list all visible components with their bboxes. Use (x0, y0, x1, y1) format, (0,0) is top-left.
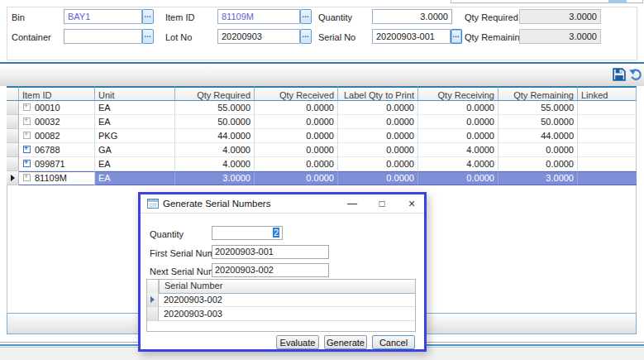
cell-qty-received[interactable]: 0.0000 (255, 171, 338, 185)
item-id-ellipsis-button[interactable]: … (300, 9, 312, 24)
maximize-button[interactable]: □ (370, 194, 394, 213)
expand-icon[interactable] (23, 103, 31, 111)
cell-unit[interactable]: EA (95, 171, 175, 185)
quantity-field[interactable]: 3.0000 (372, 9, 452, 24)
cell-item-id[interactable]: 81109M (19, 171, 95, 185)
container-field[interactable] (64, 29, 142, 44)
bin-field[interactable]: BAY1 (64, 9, 142, 24)
table-row[interactable]: 00010 EA 55.0000 0.0000 0.0000 0.0000 55… (7, 101, 637, 115)
serial-number-cell[interactable]: 20200903-002 (159, 293, 415, 307)
cancel-button[interactable]: Cancel (372, 335, 415, 349)
container-ellipsis-button[interactable]: … (142, 29, 154, 44)
serial-number-cell[interactable]: 20200903-003 (159, 307, 415, 321)
cell-linked[interactable] (578, 101, 637, 115)
serial-number-header[interactable]: Serial Number (159, 280, 415, 294)
cell-qty-received[interactable]: 0.0000 (255, 101, 338, 115)
cell-label-qty[interactable]: 0.0000 (338, 129, 418, 143)
table-row[interactable]: 099871 EA 4.0000 0.0000 0.0000 4.0000 0.… (7, 157, 637, 171)
row-selector[interactable] (7, 101, 19, 115)
evaluate-button[interactable]: Evaluate (276, 335, 319, 349)
header-label-qty-to-print[interactable]: Label Qty to Print (338, 86, 418, 101)
header-qty-remaining[interactable]: Qty Remaining (499, 86, 578, 101)
cell-unit[interactable]: EA (95, 115, 175, 129)
cell-qty-remaining[interactable]: 55.0000 (499, 101, 578, 115)
header-qty-receiving[interactable]: Qty Receiving (418, 86, 499, 101)
lot-no-ellipsis-button[interactable]: … (300, 29, 312, 44)
cell-unit[interactable]: EA (95, 157, 175, 171)
cell-linked[interactable] (578, 129, 637, 143)
serial-no-field[interactable]: 20200903-001 (372, 29, 451, 44)
row-selector[interactable] (7, 129, 19, 143)
undo-icon[interactable] (629, 68, 644, 83)
cell-linked[interactable] (578, 171, 637, 185)
cell-item-id[interactable]: 00082 (19, 129, 95, 143)
expand-icon[interactable] (23, 132, 31, 139)
cell-qty-remaining[interactable]: 0.0000 (499, 143, 578, 157)
cell-qty-required[interactable]: 4.0000 (175, 157, 255, 171)
cell-qty-required[interactable]: 3.0000 (175, 171, 255, 185)
header-linked[interactable]: Linked (578, 86, 637, 101)
bin-ellipsis-button[interactable]: … (142, 9, 154, 24)
close-button[interactable]: × (402, 194, 422, 213)
row-selector-current[interactable] (7, 171, 19, 185)
serial-row-selected[interactable]: 20200903-002 (147, 293, 415, 307)
cell-qty-receiving[interactable]: 4.0000 (418, 157, 499, 171)
cell-label-qty[interactable]: 0.0000 (338, 157, 418, 171)
cell-unit[interactable]: PKG (95, 129, 175, 143)
cell-qty-remaining[interactable]: 3.0000 (499, 171, 578, 185)
cell-item-id[interactable]: 00032 (19, 115, 95, 129)
cell-qty-receiving[interactable]: 0.0000 (418, 115, 499, 129)
cell-qty-remaining[interactable]: 50.0000 (499, 115, 578, 129)
table-row[interactable]: 00032 EA 50.0000 0.0000 0.0000 0.0000 50… (7, 115, 637, 129)
cell-qty-required[interactable]: 55.0000 (175, 101, 255, 115)
row-selector[interactable] (7, 157, 19, 171)
cell-linked[interactable] (578, 115, 637, 129)
cell-unit[interactable]: EA (95, 101, 175, 115)
expand-icon[interactable] (23, 146, 31, 153)
expand-icon[interactable] (23, 118, 31, 125)
serial-no-ellipsis-button[interactable]: … (451, 29, 462, 44)
expand-icon[interactable] (23, 174, 31, 181)
expand-icon[interactable] (23, 160, 31, 167)
cell-item-id[interactable]: 099871 (19, 157, 95, 171)
cell-qty-required[interactable]: 4.0000 (175, 143, 255, 157)
cell-qty-received[interactable]: 0.0000 (255, 115, 338, 129)
cell-label-qty[interactable]: 0.0000 (338, 143, 418, 157)
cell-qty-required[interactable]: 50.0000 (175, 115, 255, 129)
dialog-title-bar[interactable]: Generate Serial Numbers — □ × (141, 194, 424, 214)
cell-qty-required[interactable]: 44.0000 (175, 129, 255, 143)
dialog-quantity-field[interactable]: 2 (212, 226, 283, 240)
cell-qty-remaining[interactable]: 0.0000 (499, 157, 578, 171)
first-serial-field[interactable]: 20200903-001 (212, 245, 329, 259)
row-selector[interactable] (7, 115, 19, 129)
cell-label-qty[interactable]: 0.0000 (338, 115, 418, 129)
cell-item-id[interactable]: 06788 (19, 143, 95, 157)
cell-qty-receiving[interactable]: 0.0000 (418, 101, 499, 115)
cell-qty-received[interactable]: 0.0000 (255, 143, 338, 157)
header-qty-required[interactable]: Qty Required (175, 86, 255, 101)
table-row-selected[interactable]: 81109M EA 3.0000 0.0000 0.0000 0.0000 3.… (7, 171, 637, 185)
minimize-button[interactable]: — (341, 194, 364, 213)
cell-qty-receiving[interactable]: 4.0000 (418, 143, 499, 157)
cell-unit[interactable]: GA (95, 143, 175, 157)
lot-no-field[interactable]: 20200903 (217, 29, 300, 44)
cell-qty-received[interactable]: 0.0000 (255, 157, 338, 171)
cell-item-id[interactable]: 00010 (19, 101, 95, 115)
cell-qty-receiving[interactable]: 0.0000 (418, 171, 499, 185)
item-id-field[interactable]: 81109M (217, 9, 300, 24)
header-unit[interactable]: Unit (95, 86, 175, 101)
table-row[interactable]: 06788 GA 4.0000 0.0000 0.0000 4.0000 0.0… (7, 143, 637, 157)
serial-row-selector[interactable] (147, 293, 159, 307)
next-serial-field[interactable]: 20200903-002 (212, 263, 329, 277)
cell-linked[interactable] (578, 157, 637, 171)
cell-label-qty[interactable]: 0.0000 (338, 101, 418, 115)
save-icon[interactable] (613, 68, 627, 83)
generate-button[interactable]: Generate (324, 335, 367, 349)
table-row[interactable]: 00082 PKG 44.0000 0.0000 0.0000 0.0000 4… (7, 129, 637, 143)
cell-qty-remaining[interactable]: 44.0000 (499, 129, 578, 143)
header-qty-received[interactable]: Qty Received (255, 86, 338, 101)
serial-row-selector[interactable] (147, 307, 159, 321)
cell-qty-received[interactable]: 0.0000 (255, 129, 338, 143)
serial-row[interactable]: 20200903-003 (147, 307, 415, 321)
cell-qty-receiving[interactable]: 0.0000 (418, 129, 499, 143)
